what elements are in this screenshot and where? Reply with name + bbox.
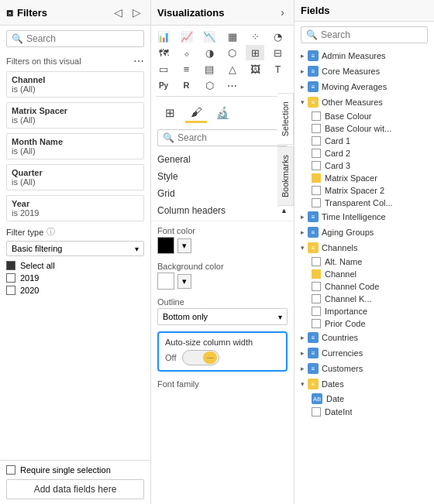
field-item-card3[interactable]: Card 3 <box>305 159 434 172</box>
select-all-checkbox[interactable] <box>6 261 16 270</box>
viz-kpi-icon[interactable]: ⬡ <box>223 45 242 60</box>
viz-shape-icon[interactable]: △ <box>223 61 242 77</box>
viz-bar-chart-icon[interactable]: 📊 <box>154 29 173 44</box>
matrix-spacer2-checkbox[interactable] <box>312 186 321 195</box>
viz-multirow-icon[interactable]: ≡ <box>177 61 196 77</box>
base-colour-checkbox[interactable] <box>312 111 321 121</box>
card2-checkbox[interactable] <box>312 149 321 158</box>
field-item-dateint[interactable]: DateInt <box>305 406 434 418</box>
format-icon[interactable]: 🖌 <box>185 103 207 123</box>
viz-column-chart-icon[interactable]: 📈 <box>177 29 196 44</box>
field-group-core-measures-header[interactable]: ▸ ≡ Core Measures <box>294 63 434 79</box>
field-group-aging-groups-header[interactable]: ▸ ≡ Aging Groups <box>294 225 434 240</box>
format-grid-row[interactable]: Grid <box>157 185 288 202</box>
field-group-other-measures-header[interactable]: ▾ ≡ Other Measures <box>294 94 434 110</box>
viz-table-icon[interactable]: ⊞ <box>246 45 264 60</box>
viz-matrix-icon[interactable]: ⊟ <box>269 45 288 60</box>
card3-checkbox[interactable] <box>312 161 321 170</box>
matrix-spacer-checkbox[interactable] <box>312 173 321 183</box>
format-general-row[interactable]: General <box>157 151 288 168</box>
field-item-prior-code[interactable]: Prior Code <box>305 317 434 330</box>
filter-card-quarter[interactable]: Quarter is (All) <box>6 164 144 190</box>
viz-map-icon[interactable]: 🗺 <box>154 45 173 60</box>
format-column-headers-row[interactable]: Column headers ▲ <box>157 202 288 219</box>
filter-type-help-icon[interactable]: ⓘ <box>46 226 55 238</box>
transparent-col-checkbox[interactable] <box>312 198 321 207</box>
field-group-dates-header[interactable]: ▾ ≡ Dates <box>294 376 434 392</box>
viz-r-icon[interactable]: R <box>177 77 196 93</box>
viz-py-icon[interactable]: Py <box>154 77 173 93</box>
filter-card-channel[interactable]: Channel is (All) <box>6 71 144 98</box>
viz-gauge-icon[interactable]: ◑ <box>200 45 219 60</box>
filters-search-input[interactable] <box>26 33 143 44</box>
field-group-time-intelligence-header[interactable]: ▸ ≡ Time Intelligence <box>294 209 434 225</box>
field-item-channel-code[interactable]: Channel Code <box>305 280 434 293</box>
outline-select[interactable]: Bottom only ▾ <box>157 308 288 325</box>
channel-k-checkbox[interactable] <box>312 294 321 303</box>
viz-text-icon[interactable]: T <box>269 61 288 77</box>
year-2019-checkbox[interactable] <box>6 273 16 283</box>
viz-search-input[interactable] <box>177 132 294 143</box>
card1-checkbox[interactable] <box>312 136 321 146</box>
field-group-currencies-header[interactable]: ▸ ≡ Currencies <box>294 345 434 361</box>
field-group-admin-measures-header[interactable]: ▸ ≡ Admin Measures <box>294 48 434 63</box>
filter-year-section[interactable]: Year is 2019 <box>6 195 144 221</box>
channel-checkbox[interactable] <box>312 269 321 279</box>
importance-checkbox[interactable] <box>312 307 321 316</box>
field-group-channels-header[interactable]: ▾ ≡ Channels <box>294 240 434 255</box>
viz-line-chart-icon[interactable]: 📉 <box>200 29 219 44</box>
filter-type-dropdown[interactable]: Basic filtering ▾ <box>6 241 144 256</box>
viz-pie-icon[interactable]: ◔ <box>269 29 288 44</box>
bookmarks-tab[interactable]: Bookmarks <box>277 146 294 206</box>
field-item-importance[interactable]: Importance <box>305 305 434 317</box>
add-data-button[interactable]: Add data fields here <box>6 479 144 499</box>
filter-card-matrix-spacer[interactable]: Matrix Spacer is (All) <box>6 102 144 129</box>
filter-year-2019-row[interactable]: 2019 <box>6 272 144 284</box>
bg-color-dropdown-button[interactable]: ▾ <box>177 274 191 289</box>
viz-area-chart-icon[interactable]: ▦ <box>223 29 242 44</box>
filter-select-all-row[interactable]: Select all <box>6 259 144 272</box>
field-item-transparent-col[interactable]: Transparent Col... <box>305 197 434 209</box>
viz-slicer-icon[interactable]: ▤ <box>200 61 219 77</box>
viz-scatter-icon[interactable]: ⁘ <box>246 29 264 44</box>
filter-card-month-name[interactable]: Month Name is (All) <box>6 133 144 159</box>
filters-forward-button[interactable]: ▷ <box>129 5 144 20</box>
field-item-date[interactable]: AB Date <box>305 392 434 406</box>
field-item-channel-k[interactable]: Channel K... <box>305 293 434 305</box>
viz-more-icon[interactable]: ⋯ <box>223 77 242 93</box>
auto-size-toggle[interactable] <box>182 350 219 365</box>
field-item-matrix-spacer2[interactable]: Matrix Spacer 2 <box>305 184 434 197</box>
require-single-checkbox[interactable] <box>6 465 16 475</box>
field-item-base-colour[interactable]: Base Colour <box>305 110 434 122</box>
viz-funnel-icon[interactable]: ⬦ <box>177 45 196 60</box>
format-style-row[interactable]: Style <box>157 168 288 185</box>
selection-tab[interactable]: Selection <box>277 93 294 145</box>
build-icon[interactable]: ⊞ <box>159 103 181 123</box>
field-item-base-colour-wit[interactable]: Base Colour wit... <box>305 122 434 135</box>
field-item-matrix-spacer[interactable]: Matrix Spacer <box>305 172 434 184</box>
analytics-icon[interactable]: 🔬 <box>212 103 233 123</box>
font-color-box[interactable] <box>157 237 174 254</box>
viz-card-icon[interactable]: ▭ <box>154 61 173 77</box>
field-item-channel[interactable]: Channel <box>305 268 434 280</box>
dateint-checkbox[interactable] <box>312 407 321 417</box>
field-group-countries-header[interactable]: ▸ ≡ Countries <box>294 330 434 345</box>
field-item-card1[interactable]: Card 1 <box>305 135 434 147</box>
fields-search-input[interactable] <box>321 29 434 40</box>
channel-code-checkbox[interactable] <box>312 282 321 291</box>
bg-color-box[interactable] <box>157 273 174 290</box>
alt-name-checkbox[interactable] <box>312 257 321 266</box>
field-group-customers-header[interactable]: ▸ ≡ Customers <box>294 361 434 376</box>
field-item-alt-name[interactable]: Alt. Name <box>305 255 434 268</box>
year-2020-checkbox[interactable] <box>6 286 16 295</box>
field-item-card2[interactable]: Card 2 <box>305 147 434 159</box>
filters-back-button[interactable]: ◁ <box>111 5 126 20</box>
font-color-dropdown-button[interactable]: ▾ <box>177 238 191 253</box>
filter-year-2020-row[interactable]: 2020 <box>6 284 144 297</box>
viz-decomp-icon[interactable]: ⬡ <box>200 77 219 93</box>
viz-image-icon[interactable]: 🖼 <box>246 61 264 77</box>
filters-more-icon[interactable]: ⋯ <box>133 55 144 67</box>
base-colour-wit-checkbox[interactable] <box>312 124 321 133</box>
field-group-moving-averages-header[interactable]: ▸ ≡ Moving Averages <box>294 79 434 94</box>
prior-code-checkbox[interactable] <box>312 319 321 328</box>
